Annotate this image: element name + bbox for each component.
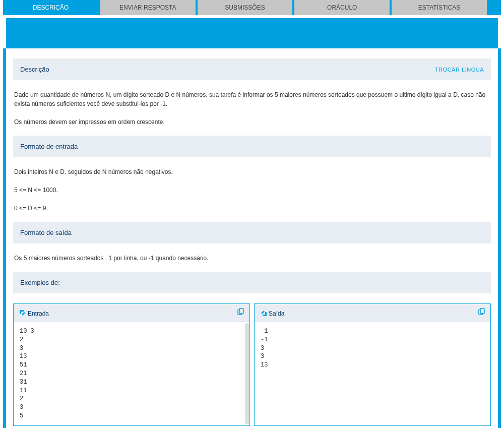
section-exemplos-title: Exemplos de: xyxy=(20,279,60,286)
descricao-paragraph-2: Os números devem ser impressos em ordem … xyxy=(14,117,491,127)
tab-descricao[interactable]: DESCRIÇÃO xyxy=(3,0,98,15)
examples-row: Entrada 10 3 2 3 13 51 21 31 11 2 3 5 xyxy=(13,303,491,426)
example-entrada-panel: Entrada 10 3 2 3 13 51 21 31 11 2 3 5 xyxy=(13,303,250,426)
example-saida-head: Saída xyxy=(255,304,490,322)
example-entrada-title: Entrada xyxy=(19,309,49,317)
tab-enviar-resposta[interactable]: ENVIAR RESPOSTA xyxy=(100,0,196,15)
section-entrada-header: Formato de entrada xyxy=(13,136,491,157)
section-descricao-header: Descrição TROCAR LINGUA xyxy=(13,58,491,80)
entrada-paragraph-1: Dois inteiros N e D, seguidos de N númer… xyxy=(14,167,491,176)
example-saida-body[interactable]: -1 -1 3 3 13 xyxy=(255,322,490,425)
example-entrada-body[interactable]: 10 3 2 3 13 51 21 31 11 2 3 5 xyxy=(14,322,249,425)
example-saida-label: Saída xyxy=(269,310,284,317)
content-area: Descrição TROCAR LINGUA Dado um quantida… xyxy=(3,48,501,428)
tab-submissoes[interactable]: SUBMISSÕES xyxy=(198,0,293,15)
copy-entrada-icon[interactable] xyxy=(236,308,244,318)
example-entrada-label: Entrada xyxy=(28,310,49,317)
section-entrada-title: Formato de entrada xyxy=(20,143,78,150)
header-bluebar xyxy=(6,18,498,48)
tab-estatisticas[interactable]: ESTATÍSTICAS xyxy=(392,0,487,15)
arrow-in-icon xyxy=(19,309,27,317)
tab-oraculo[interactable]: ORÁCULO xyxy=(294,0,390,15)
arrow-out-icon xyxy=(260,309,268,317)
section-saida-title: Formato de saída xyxy=(20,229,72,236)
example-saida-panel: Saída -1 -1 3 3 13 xyxy=(254,303,491,426)
svg-rect-3 xyxy=(480,309,484,314)
tab-bar: DESCRIÇÃO ENVIAR RESPOSTA SUBMISSÕES ORÁ… xyxy=(0,0,504,18)
section-exemplos-header: Exemplos de: xyxy=(13,272,491,293)
descricao-paragraph-1: Dado um quantidade de números N, um dígi… xyxy=(14,90,491,108)
example-entrada-head: Entrada xyxy=(14,304,249,322)
trocar-lingua-link[interactable]: TROCAR LINGUA xyxy=(435,67,484,73)
page-root: DESCRIÇÃO ENVIAR RESPOSTA SUBMISSÕES ORÁ… xyxy=(0,0,504,428)
example-saida-title: Saída xyxy=(260,309,284,317)
svg-rect-1 xyxy=(239,309,243,314)
saida-paragraph-1: Os 5 maiores números sorteados , 1 por l… xyxy=(14,254,491,263)
section-descricao-title: Descrição xyxy=(20,66,49,73)
entrada-paragraph-3: 0 <= D <= 9. xyxy=(14,204,491,213)
section-saida-header: Formato de saída xyxy=(13,222,491,243)
copy-saida-icon[interactable] xyxy=(477,308,485,318)
entrada-paragraph-2: 5 <= N <= 1000. xyxy=(14,186,491,195)
